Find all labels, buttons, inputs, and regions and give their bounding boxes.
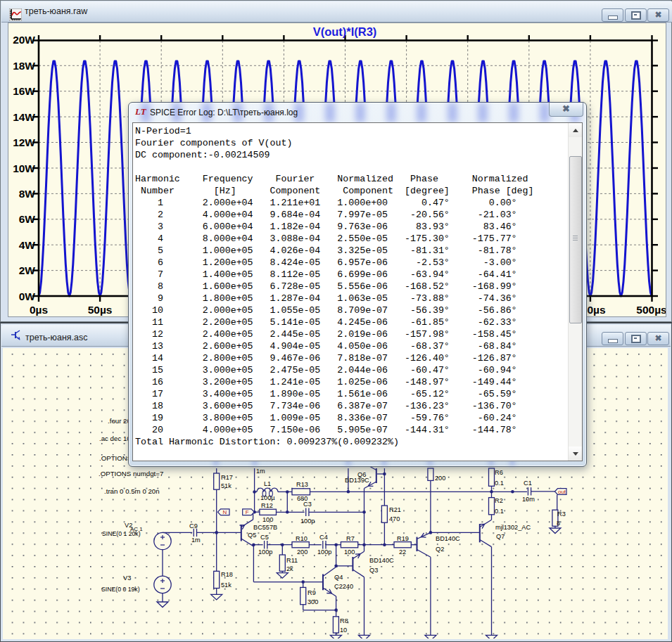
svg-text:R9: R9: [308, 589, 316, 596]
svg-text:C5: C5: [260, 534, 269, 541]
svg-text:R12: R12: [261, 502, 273, 509]
svg-text:0µs: 0µs: [30, 304, 48, 316]
svg-text:10m: 10m: [522, 496, 535, 503]
svg-text:100p: 100p: [300, 518, 315, 525]
svg-text:18W: 18W: [13, 60, 35, 72]
svg-text:0.1: 0.1: [495, 508, 504, 515]
svg-text:100p: 100p: [258, 548, 272, 556]
svg-text:Q5: Q5: [248, 532, 256, 539]
svg-text:200: 200: [297, 548, 308, 556]
svg-text:mjl1302_AC: mjl1302_AC: [495, 524, 531, 531]
svg-text:8W: 8W: [19, 188, 36, 200]
svg-text:SINE(0 1 20k): SINE(0 1 20k): [102, 530, 141, 537]
svg-text:Q7: Q7: [496, 533, 505, 540]
svg-text:200: 200: [435, 475, 445, 482]
svg-text:Q6: Q6: [357, 471, 366, 478]
svg-text:R6: R6: [495, 469, 503, 476]
svg-text:BC557B: BC557B: [253, 524, 277, 531]
svg-text:C4: C4: [319, 534, 328, 541]
svg-text:Q2: Q2: [436, 546, 444, 553]
svg-text:51k: 51k: [221, 482, 232, 489]
svg-text:R2: R2: [495, 497, 503, 504]
svg-text:100: 100: [262, 516, 273, 523]
svg-text:10W: 10W: [13, 162, 35, 174]
svg-text:2k: 2k: [286, 565, 293, 572]
svg-text:R3: R3: [557, 511, 566, 518]
svg-text:Q4: Q4: [334, 574, 343, 581]
svg-text:C1: C1: [524, 480, 532, 487]
svg-text:50µs: 50µs: [88, 304, 113, 316]
svg-text:8: 8: [557, 520, 560, 527]
svg-text:R11: R11: [286, 557, 298, 564]
svg-text:470: 470: [389, 515, 400, 522]
svg-text:16W: 16W: [13, 85, 35, 97]
svg-text:300: 300: [308, 598, 318, 605]
svg-text:500µs: 500µs: [636, 304, 666, 316]
svg-text:.tran 0 0.5m 0 20n: .tran 0 0.5m 0 20n: [104, 487, 160, 495]
svg-text:4W: 4W: [19, 239, 36, 251]
svg-text:SINE(0 0 19k): SINE(0 0 19k): [101, 586, 140, 593]
svg-text:L1: L1: [264, 480, 271, 487]
svg-text:22: 22: [399, 548, 406, 556]
svg-text:F: F: [246, 509, 249, 515]
svg-text:C3: C3: [303, 501, 312, 508]
svg-text:1m: 1m: [191, 537, 201, 544]
svg-text:R21: R21: [389, 506, 401, 513]
svg-text:20W: 20W: [13, 34, 35, 46]
svg-text:R13: R13: [296, 481, 308, 488]
svg-text:0W: 0W: [19, 290, 36, 302]
svg-text:51k: 51k: [221, 582, 232, 589]
svg-text:R7: R7: [346, 535, 355, 542]
svg-text:12W: 12W: [13, 136, 35, 148]
svg-text:Q3: Q3: [369, 567, 378, 574]
svg-text:R19: R19: [397, 535, 409, 542]
svg-text:100µ: 100µ: [260, 494, 275, 501]
svg-text:1m: 1m: [256, 468, 265, 475]
svg-text:6W: 6W: [19, 213, 36, 225]
svg-text:out: out: [558, 489, 566, 495]
svg-text:R17: R17: [221, 474, 233, 481]
svg-text:R18: R18: [221, 571, 233, 578]
svg-text:2W: 2W: [19, 264, 36, 276]
svg-text:10: 10: [340, 627, 347, 634]
svg-text:100p: 100p: [317, 548, 331, 556]
svg-text:BD140C: BD140C: [436, 535, 460, 542]
svg-text:R8: R8: [340, 617, 348, 624]
svg-text:.OPTIONS numdgt=7: .OPTIONS numdgt=7: [99, 470, 163, 477]
svg-text:V3: V3: [123, 574, 131, 582]
svg-text:N: N: [223, 509, 227, 515]
svg-text:14W: 14W: [13, 111, 35, 123]
svg-text:0.1: 0.1: [495, 480, 504, 487]
svg-text:100: 100: [344, 548, 355, 556]
svg-text:C2240: C2240: [334, 583, 353, 590]
svg-text:C9: C9: [189, 522, 198, 529]
svg-text:BD140C: BD140C: [369, 557, 394, 564]
svg-text:V(out)*I(R3): V(out)*I(R3): [313, 25, 377, 38]
svg-text:R10: R10: [296, 535, 308, 542]
